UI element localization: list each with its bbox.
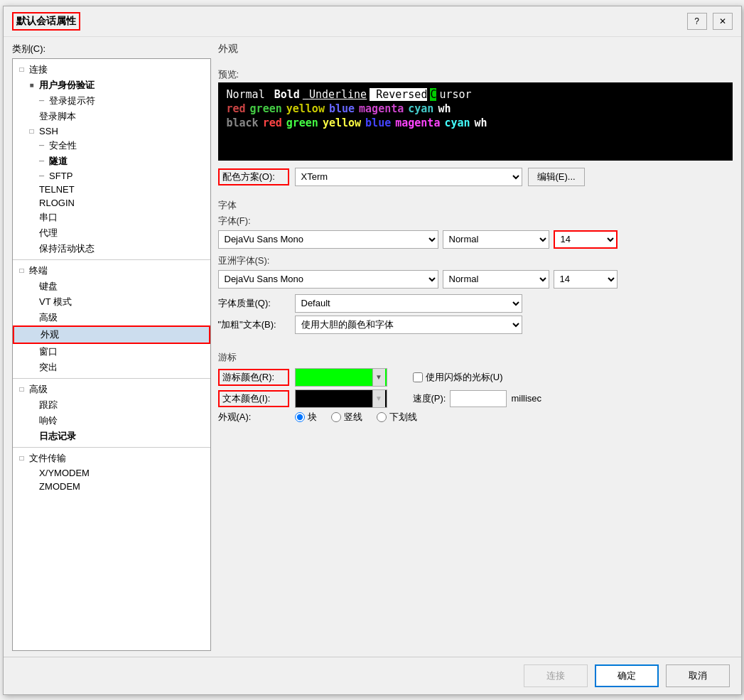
title-controls: ? ✕ [687, 13, 733, 30]
quality-select[interactable]: Default [295, 294, 522, 313]
space-icon [27, 112, 37, 120]
quality-row: 字体质量(Q): Default [218, 294, 733, 313]
asian-font-size-select[interactable]: 14 [554, 270, 618, 289]
blink-row: 使用闪烁的光标(U) [413, 371, 503, 384]
expand-icon: ■ [27, 81, 37, 89]
tree-item-sftp[interactable]: ─ SFTP [13, 169, 210, 183]
space-icon [27, 244, 37, 252]
asian-font-select[interactable]: DejaVu Sans Mono [218, 270, 438, 289]
tree-item-login-prompt[interactable]: ─ 登录提示符 [13, 93, 210, 109]
divider [13, 259, 210, 260]
expand-icon: □ [27, 127, 37, 135]
cursor-text-color-button[interactable]: ▼ [295, 389, 387, 408]
preview-yellow: yellow [286, 102, 325, 115]
cursor-color-button[interactable]: ▼ [295, 368, 387, 387]
preview-line2: red green yellow blue magenta cyan wh [227, 102, 724, 115]
tree-item-xymodem[interactable]: X/YMODEM [13, 466, 210, 480]
radio-block-input[interactable] [295, 412, 305, 422]
space-icon [27, 298, 37, 306]
preview-reversed: Reversed [370, 88, 427, 101]
font-size-select[interactable]: 14 [554, 230, 618, 249]
dash-icon: ─ [37, 141, 47, 149]
right-panel: 外观 预览: Normal Bold Underline Reversed Cu… [218, 43, 733, 651]
tree-item-rlogin[interactable]: RLOGIN [13, 196, 210, 210]
tree-item-logging[interactable]: 日志记录 [13, 429, 210, 444]
tree-item-advanced[interactable]: 高级 [13, 310, 210, 325]
cursor-color-dropdown-arrow: ▼ [372, 369, 385, 386]
tree-item-beep[interactable]: 响铃 [13, 413, 210, 429]
tree-item-appearance[interactable]: 外观 [13, 325, 210, 344]
radio-vline-input[interactable] [331, 412, 341, 422]
tree-item-vt-mode[interactable]: VT 模式 [13, 294, 210, 310]
bold-text-row: "加粗"文本(B): 使用大胆的颜色和字体 [218, 316, 733, 334]
expand-icon: □ [17, 266, 27, 274]
tree-item-keepalive[interactable]: 保持活动状态 [13, 241, 210, 257]
tree-item-serial[interactable]: 串口 [13, 210, 210, 225]
space-icon [27, 185, 37, 193]
color-scheme-row: 配色方案(O): XTerm 编辑(E)... [218, 168, 733, 186]
preview-wh2: wh [475, 117, 487, 129]
asian-font-style-select[interactable]: Normal [443, 270, 549, 289]
tree-item-telnet[interactable]: TELNET [13, 183, 210, 196]
bottom-bar: 连接 确定 取消 [4, 657, 741, 694]
edit-button[interactable]: 编辑(E)... [528, 168, 585, 186]
ok-button[interactable]: 确定 [595, 664, 659, 687]
tree-item-ssh[interactable]: □ SSH [13, 124, 210, 138]
cancel-button[interactable]: 取消 [666, 664, 730, 687]
tree-item-highlight[interactable]: 突出 [13, 360, 210, 375]
preview-wh: wh [438, 102, 451, 115]
asian-font-label: 亚洲字体(S): [218, 254, 733, 267]
radio-block: 块 [295, 411, 317, 424]
title-bar: 默认会话属性 ? ✕ [4, 6, 741, 37]
tree-item-keyboard[interactable]: 键盘 [13, 279, 210, 294]
font-label: 字体(F): [218, 215, 733, 227]
preview-red2: red [263, 117, 282, 129]
close-button[interactable]: ✕ [713, 13, 733, 30]
cursor-section-title: 游标 [218, 351, 733, 364]
preview-cyan: cyan [408, 102, 433, 115]
tree-item-filetransfer[interactable]: □ 文件传输 [13, 451, 210, 466]
expand-icon: □ [17, 454, 27, 462]
font-style-select[interactable]: Normal [443, 230, 549, 249]
space-icon [27, 432, 37, 440]
tree-item-tunnel[interactable]: ─ 隧道 [13, 154, 210, 169]
appearance-radio-group: 块 竖线 下划线 [295, 411, 417, 424]
divider3 [13, 447, 210, 448]
tree-item-security[interactable]: ─ 安全性 [13, 138, 210, 154]
radio-vline: 竖线 [331, 411, 362, 424]
radio-block-label: 块 [308, 411, 317, 424]
tree-item-login-script[interactable]: 登录脚本 [13, 109, 210, 124]
left-panel: 类别(C): □ 连接 ■ 用户身份验证 ─ 登录提示符 登录脚本 [12, 43, 211, 651]
tree-item-proxy[interactable]: 代理 [13, 225, 210, 241]
tree-item-trace[interactable]: 跟踪 [13, 397, 210, 413]
blink-checkbox[interactable] [413, 372, 423, 382]
tree-item-advanced2[interactable]: □ 高级 [13, 382, 210, 397]
preview-box: Normal Bold Underline Reversed Cursor re… [218, 82, 733, 161]
preview-line3: black red green yellow blue magenta cyan… [227, 117, 724, 129]
dialog: 默认会话属性 ? ✕ 类别(C): □ 连接 ■ 用户身份验证 ─ 登录提示符 [3, 6, 742, 695]
color-scheme-select[interactable]: XTerm [295, 168, 522, 186]
tree[interactable]: □ 连接 ■ 用户身份验证 ─ 登录提示符 登录脚本 □ SSH [12, 58, 211, 651]
appearance-row: 外观(A): 块 竖线 下划线 [218, 411, 733, 424]
cursor-text-dropdown-arrow: ▼ [372, 390, 385, 407]
tree-item-terminal[interactable]: □ 终端 [13, 263, 210, 279]
tree-item-zmodem[interactable]: ZMODEM [13, 480, 210, 493]
speed-unit: millisec [511, 393, 541, 404]
space-icon [27, 348, 37, 355]
tree-item-auth[interactable]: ■ 用户身份验证 [13, 77, 210, 93]
help-button[interactable]: ? [687, 13, 707, 30]
speed-input[interactable] [450, 390, 507, 407]
space-icon [27, 483, 37, 490]
asian-font-row: DejaVu Sans Mono Normal 14 [218, 270, 733, 289]
expand-icon: □ [17, 385, 27, 393]
tree-item-window[interactable]: 窗口 [13, 344, 210, 360]
connect-button[interactable]: 连接 [524, 664, 588, 687]
tree-item-connect[interactable]: □ 连接 [13, 62, 210, 77]
space-icon [28, 330, 38, 338]
blink-label: 使用闪烁的光标(U) [426, 371, 503, 384]
radio-underline-input[interactable] [377, 412, 387, 422]
dash-icon: ─ [37, 157, 47, 165]
radio-underline-label: 下划线 [389, 411, 417, 424]
font-select[interactable]: DejaVu Sans Mono [218, 230, 438, 249]
bold-text-select[interactable]: 使用大胆的颜色和字体 [295, 316, 522, 334]
